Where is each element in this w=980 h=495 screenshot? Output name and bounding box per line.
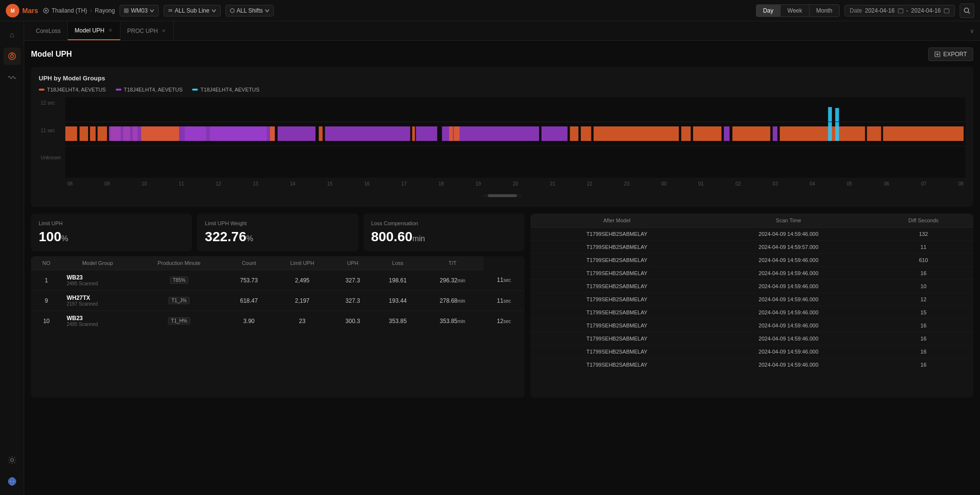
top-navigation: M Mars Thailand (TH) › Rayong WM03 ALL S… — [0, 0, 980, 21]
x-label-11: 11 — [179, 181, 184, 186]
right-table: After Model Scan Time Diff Seconds T1799… — [530, 214, 973, 371]
svg-rect-51 — [724, 126, 730, 141]
shifts-value: ALL Shifts — [237, 7, 263, 14]
svg-point-7 — [230, 9, 234, 13]
page-header: Model UPH EXPORT — [31, 47, 973, 61]
cell-prodmin-2: 3.90 — [225, 311, 273, 331]
week-button[interactable]: Week — [781, 5, 809, 16]
wm-dropdown[interactable]: WM03 — [120, 5, 159, 16]
legend-label-2: T18J4ELHT4, AEVETUS — [200, 87, 259, 93]
col-count: Count — [225, 256, 273, 270]
page-title: Model UPH — [31, 50, 72, 59]
rcell-diff-3: 16 — [874, 267, 973, 280]
date-range-picker[interactable]: Date 2024-04-16 - 2024-04-16 — [844, 5, 955, 16]
x-label-01: 01 — [698, 181, 704, 186]
time-period-selector: Day Week Month — [756, 4, 840, 17]
svg-point-3 — [45, 10, 47, 12]
rcell-after-model-1: T1799SEHB2SABMELAY — [530, 241, 703, 254]
rcol-after-model: After Model — [530, 214, 703, 228]
tab-coreloss[interactable]: CoreLoss — [29, 21, 68, 40]
cell-uph-2: 353.85 — [374, 311, 422, 331]
tab-proc-uph[interactable]: PROC UPH ✕ — [121, 21, 174, 40]
breadcrumb: Thailand (TH) › Rayong — [43, 7, 115, 14]
legend-color-1 — [116, 89, 121, 91]
rcell-scan-time-10: 2024-04-09 14:59:46.000 — [703, 358, 874, 371]
app-name: Mars — [22, 7, 38, 15]
x-label-14: 14 — [290, 181, 295, 186]
sidebar-icon-globe[interactable] — [3, 473, 21, 490]
rcell-scan-time-9: 2024-04-09 14:59:46.000 — [703, 345, 874, 358]
stat-value-1: 322.76% — [205, 229, 350, 245]
sidebar: ⌂ — [0, 21, 24, 495]
sidebar-icon-wave[interactable] — [3, 69, 21, 86]
page-content: Model UPH EXPORT UPH by Model Groups T18… — [24, 41, 980, 495]
subline-dropdown[interactable]: ALL Sub Line — [164, 5, 221, 16]
svg-rect-46 — [570, 126, 579, 141]
svg-line-15 — [968, 12, 970, 14]
data-table-card: NO Model Group Production Minute Count L… — [31, 256, 525, 398]
chart-title: UPH by Model Groups — [39, 75, 965, 82]
stat-card-limit-uph: Limit UPH 100% — [31, 214, 192, 251]
search-button[interactable] — [960, 3, 974, 18]
svg-point-14 — [965, 8, 969, 12]
sidebar-icon-home[interactable]: ⌂ — [3, 26, 21, 44]
x-label-04: 04 — [810, 181, 815, 186]
tab-model-uph-close[interactable]: ✕ — [107, 27, 113, 34]
rcell-diff-2: 610 — [874, 254, 973, 267]
tab-model-uph-label: Model UPH — [75, 27, 104, 34]
sidebar-icon-settings[interactable] — [3, 451, 21, 469]
tabs-expand-button[interactable]: ∨ — [964, 28, 980, 34]
svg-rect-39 — [325, 126, 410, 141]
y-label-mid: 11 sec — [41, 128, 63, 133]
month-button[interactable]: Month — [810, 5, 839, 16]
svg-rect-37 — [278, 126, 316, 141]
tab-model-uph[interactable]: Model UPH ✕ — [68, 21, 120, 40]
wm-value: WM03 — [131, 7, 148, 14]
x-label-09: 09 — [105, 181, 110, 186]
rcell-after-model-9: T1799SEHB2SABMELAY — [530, 345, 703, 358]
right-table-row: T1799SEHB2SABMELAY 2024-04-09 14:59:46.0… — [530, 228, 973, 241]
cell-count-0: 2,495 — [273, 270, 332, 291]
svg-rect-47 — [581, 126, 591, 141]
shifts-dropdown[interactable]: ALL Shifts — [226, 5, 274, 16]
rcell-diff-4: 10 — [874, 280, 973, 293]
cell-tag-1: T1_J% — [133, 291, 225, 311]
date-separator: - — [906, 7, 908, 14]
cell-no-1: 9 — [31, 291, 62, 311]
tab-proc-uph-close[interactable]: ✕ — [161, 27, 166, 34]
cell-loss-0: 296.32min — [422, 270, 483, 291]
rcell-scan-time-1: 2024-04-09 14:59:57.000 — [703, 241, 874, 254]
tab-coreloss-label: CoreLoss — [36, 28, 60, 34]
rcol-diff-seconds: Diff Seconds — [874, 214, 973, 228]
col-model-group: Model Group — [62, 256, 134, 270]
x-label-13: 13 — [253, 181, 258, 186]
rcell-diff-5: 12 — [874, 293, 973, 306]
rcell-diff-0: 132 — [874, 228, 973, 241]
sidebar-bottom — [3, 451, 21, 490]
logo-icon: M — [6, 4, 19, 17]
cell-limituph-2: 300.3 — [332, 311, 374, 331]
rcell-after-model-5: T1799SEHB2SABMELAY — [530, 293, 703, 306]
col-loss: Loss — [374, 256, 422, 270]
x-label-06: 06 — [884, 181, 889, 186]
chart-x-axis: 08 09 10 11 12 13 14 15 16 17 18 19 — [65, 178, 965, 189]
day-button[interactable]: Day — [756, 5, 781, 16]
svg-rect-43 — [449, 126, 453, 141]
rcell-diff-9: 16 — [874, 345, 973, 358]
export-label: EXPORT — [943, 51, 967, 58]
cell-model-2: WB23 2495 Scanned — [62, 311, 134, 331]
table-row: 10 WB23 2495 Scanned T1_H% 3.90 23 300.3 — [31, 311, 525, 331]
right-table-row: T1799SEHB2SABMELAY 2024-04-09 14:59:46.0… — [530, 358, 973, 371]
cell-count-2: 23 — [273, 311, 332, 331]
x-label-19: 19 — [476, 181, 481, 186]
x-label-08a: 08 — [67, 181, 73, 186]
rcell-scan-time-2: 2024-04-09 14:59:46.000 — [703, 254, 874, 267]
stat-value-0: 100% — [39, 229, 184, 245]
tab-proc-uph-label: PROC UPH — [127, 28, 158, 34]
sidebar-icon-chart[interactable] — [3, 47, 21, 65]
x-label-23: 23 — [624, 181, 630, 186]
chart-svg — [65, 97, 965, 178]
rcell-diff-6: 15 — [874, 306, 973, 319]
export-button[interactable]: EXPORT — [928, 47, 973, 61]
legend-item-1: T18J4ELHT4, AEVETUS — [116, 87, 183, 93]
